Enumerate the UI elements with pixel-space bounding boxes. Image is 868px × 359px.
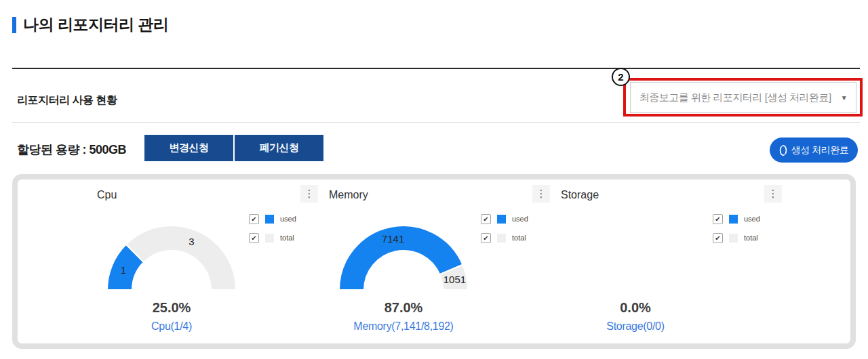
cpu-gauge-widget: Cpu ⋮ ✔ used ✔ total 13 25.0% Cpu(1/4) — [86, 180, 318, 342]
used-checkbox[interactable]: ✔ — [713, 214, 723, 224]
annotation-step-badge: 2 — [612, 68, 630, 86]
storage-usage-caption: Storage(0/0) — [550, 320, 721, 333]
legend-row-used: ✔ used — [713, 213, 760, 224]
cpu-chart-title: Cpu — [97, 189, 117, 201]
check-icon: ✔ — [251, 234, 256, 242]
total-legend-label: total — [744, 234, 758, 242]
used-legend-label: used — [512, 215, 528, 223]
memory-chart-title: Memory — [329, 189, 368, 201]
annotation-step-number: 2 — [618, 71, 623, 83]
storage-chart-title: Storage — [561, 189, 599, 201]
svg-text:1051: 1051 — [443, 274, 466, 285]
cpu-chart-menu-button[interactable]: ⋮ — [300, 185, 318, 203]
cpu-legend: ✔ used ✔ total — [249, 213, 296, 243]
total-swatch — [265, 234, 274, 242]
check-icon: ✔ — [483, 234, 488, 242]
memory-chart-menu-button[interactable]: ⋮ — [532, 185, 550, 203]
change-request-button[interactable]: 변경신청 — [144, 135, 233, 161]
check-icon: ✔ — [251, 215, 256, 223]
total-checkbox[interactable]: ✔ — [713, 233, 723, 243]
discard-request-label: 폐기신청 — [260, 142, 299, 154]
kebab-menu-icon: ⋮ — [304, 188, 315, 200]
kebab-menu-icon: ⋮ — [536, 188, 547, 200]
total-legend-label: total — [512, 234, 526, 242]
repository-select[interactable]: 최종보고를 위한 리포지터리 [생성 처리완료] ▼ — [630, 82, 856, 113]
page-title: 나의 리포지터리 관리 — [23, 14, 168, 35]
used-legend-label: used — [744, 215, 760, 223]
page-header: 나의 리포지터리 관리 — [12, 14, 168, 35]
storage-gauge-widget: Storage ⋮ ✔ used ✔ total 0.0% Storage(0/… — [550, 180, 782, 342]
chevron-down-icon: ▼ — [841, 94, 847, 102]
check-icon: ✔ — [715, 234, 720, 242]
storage-legend: ✔ used ✔ total — [713, 213, 760, 243]
storage-gauge-chart — [568, 222, 703, 291]
used-swatch — [497, 215, 506, 224]
check-icon: ✔ — [483, 215, 488, 223]
used-checkbox[interactable]: ✔ — [481, 214, 491, 224]
sync-icon — [779, 144, 787, 156]
usage-charts-card: Cpu ⋮ ✔ used ✔ total 13 25.0% Cpu(1/4) M… — [12, 174, 856, 349]
svg-text:7141: 7141 — [382, 233, 404, 245]
section-heading: 리포지터리 사용 현황 — [17, 93, 117, 108]
title-accent-bar — [12, 17, 16, 33]
memory-gauge-widget: Memory ⋮ ✔ used ✔ total 71411051 87.0% M… — [318, 180, 550, 342]
change-request-label: 변경신청 — [170, 142, 209, 154]
cpu-usage-caption: Cpu(1/4) — [86, 320, 257, 333]
legend-row-total: ✔ total — [481, 232, 528, 243]
svg-text:1: 1 — [121, 264, 126, 276]
charts-row: Cpu ⋮ ✔ used ✔ total 13 25.0% Cpu(1/4) M… — [18, 180, 850, 343]
memory-percent-value: 87.0% — [318, 300, 489, 316]
memory-gauge-chart: 71411051 — [336, 222, 471, 291]
total-checkbox[interactable]: ✔ — [249, 233, 259, 243]
legend-row-used: ✔ used — [249, 213, 296, 224]
kebab-menu-icon: ⋮ — [768, 188, 778, 200]
check-icon: ✔ — [715, 215, 720, 223]
allocated-capacity-label: 할당된 용량 : 500GB — [17, 142, 126, 158]
discard-request-button[interactable]: 폐기신청 — [235, 135, 323, 161]
total-swatch — [729, 234, 738, 242]
legend-row-used: ✔ used — [481, 213, 528, 224]
used-swatch — [265, 215, 274, 224]
repository-select-value: 최종보고를 위한 리포지터리 [생성 처리완료] — [639, 91, 831, 104]
status-button-label: 생성 처리완료 — [791, 144, 848, 156]
used-legend-label: used — [280, 215, 296, 223]
cpu-percent-value: 25.0% — [86, 300, 257, 316]
memory-legend: ✔ used ✔ total — [481, 213, 528, 243]
used-swatch — [729, 215, 738, 224]
svg-text:3: 3 — [189, 236, 194, 247]
storage-chart-menu-button[interactable]: ⋮ — [764, 185, 782, 203]
cpu-gauge-chart: 13 — [104, 222, 239, 291]
legend-row-total: ✔ total — [713, 232, 760, 243]
section-divider — [12, 122, 860, 123]
memory-usage-caption: Memory(7,141/8,192) — [318, 320, 489, 333]
creation-complete-status-button[interactable]: 생성 처리완료 — [770, 138, 858, 163]
header-divider — [12, 68, 860, 69]
total-checkbox[interactable]: ✔ — [481, 233, 491, 243]
total-legend-label: total — [280, 234, 294, 242]
storage-percent-value: 0.0% — [550, 300, 721, 316]
total-swatch — [497, 234, 506, 242]
used-checkbox[interactable]: ✔ — [249, 214, 259, 224]
legend-row-total: ✔ total — [249, 232, 296, 243]
